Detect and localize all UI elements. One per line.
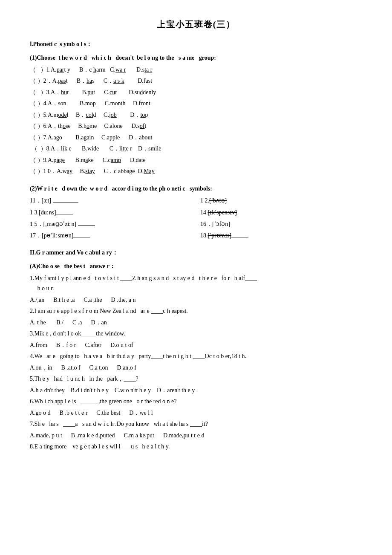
- section-II-header: II.G r ammer and Vo c abul a ry：: [30, 248, 362, 258]
- q4: （ ）4.A．son B.mop C.month D.front: [30, 98, 362, 109]
- qA5: 5.Th e y had l u nc h in the park，____?: [30, 374, 362, 384]
- qA4: 4.We ar e going to h a ve a b ir th d a …: [30, 351, 362, 362]
- q12: 1 2.[ˈbʌtə]: [200, 195, 362, 206]
- q9: （ ）9.A.page B.make C.camp D.date: [30, 155, 362, 166]
- section-I: Ⅰ.Phoneti c s ymb o l s： (1)Choose t he …: [30, 39, 362, 241]
- qA6: 6.Wh i ch app l e is ______,the green on…: [30, 396, 362, 407]
- qA1-opts: A./,an B.t h e ,a C.a ,the D .the, a n: [30, 295, 362, 306]
- qA8: 8.E a ting more ve g e t ab l e s wil l …: [30, 442, 362, 452]
- qA3-opts: A.from B．f o r C.after D.o u t of: [30, 340, 362, 351]
- q18: 18.[ˈprɒmɪs]: [200, 230, 362, 241]
- section-I-header: Ⅰ.Phoneti c s ymb o l s：: [30, 39, 362, 49]
- q11: 11．[æt]: [30, 195, 192, 206]
- q5: （ ）5.A.model B．cold C.job D．top: [30, 110, 362, 121]
- part-A-header: (A)Cho o se the bes t answe r：: [30, 261, 362, 272]
- qA7: 7.Sh e ha s ____a s an d w i c h .Do you…: [30, 419, 362, 430]
- q16: 16．[ˈɔfən]: [200, 219, 362, 229]
- q15: 1 5．[ˌmæɡəˈziːn]: [30, 219, 192, 229]
- q14: 14.[ɪkˈspensɪv]: [200, 207, 362, 218]
- q17: 17．[pəˈliːsmən]: [30, 230, 192, 241]
- q1: （ ）1.A.part y B．c harm C.wa r D.sta r: [30, 65, 362, 75]
- part1: (1)Choose t he w o r d wh i c h doesn't …: [30, 53, 362, 177]
- page-title: 上宝小五班卷(三）: [30, 17, 362, 32]
- q2: （ ）2．A.past B．has C．a s k D.fast: [30, 76, 362, 87]
- section-II: II.G r ammer and Vo c abul a ry： (A)Cho …: [30, 248, 362, 452]
- q10: （ ）1 0．A.way B.stay C．c abbage D.May: [30, 166, 362, 177]
- qA5-opts: A.h a dn't they B.d i dn't t h e y C.w o…: [30, 385, 362, 396]
- part2: (2)W r i t e d own the w o r d accor d i…: [30, 184, 362, 241]
- qA1: 1.My f ami l y p l ann e d t o v i s i t…: [30, 273, 362, 294]
- q8: （ ）8.A．lik e B.wide C．litte r D．smile: [30, 144, 362, 154]
- q6: （ ）6.A．those B.home C.alone D.soft: [30, 121, 362, 132]
- qA3: 3.Mik e , d on't l o ok_____the window.: [30, 329, 362, 339]
- qA6-opts: A.go o d B .b e t t e r C.the best D．we …: [30, 408, 362, 419]
- qA2: 2.I am su r e app l e s f r o m New Zea …: [30, 306, 362, 317]
- q7: （ ）7.A.ago B.again C.apple D．about: [30, 133, 362, 143]
- q13: 1 3.[duːns]: [30, 207, 192, 218]
- part1-header: (1)Choose t he w o r d wh i c h doesn't …: [30, 53, 362, 63]
- part2-header: (2)W r i t e d own the w o r d accor d i…: [30, 184, 362, 194]
- phonetic-grid: 11．[æt] 1 2.[ˈbʌtə] 1 3.[duːns] 14.[ɪkˈs…: [30, 195, 362, 241]
- q3: （ ）3.A．but B.put C.cut D.suddenly: [30, 87, 362, 98]
- qA4-opts: A.on，in B .at,o f C.a t,on D.an,o f: [30, 363, 362, 373]
- qA7-opts: A.made, p u t B .ma k e d,putted C.m a k…: [30, 431, 362, 441]
- part-A: (A)Cho o se the bes t answe r： 1.My f am…: [30, 261, 362, 452]
- qA2-opts: A. t he B./ C .a D．an: [30, 318, 362, 328]
